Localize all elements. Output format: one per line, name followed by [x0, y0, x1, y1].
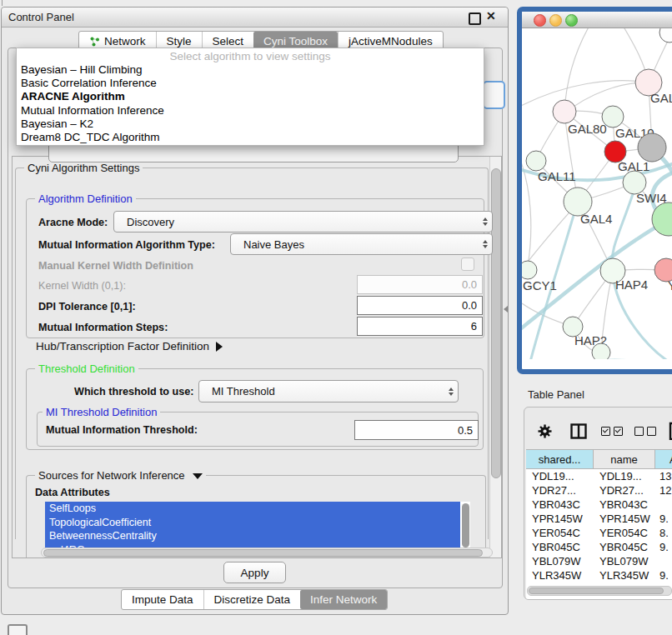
- algorithm-option[interactable]: ARACNE Algorithm: [17, 90, 484, 103]
- scrollbar-thumb[interactable]: [462, 503, 469, 548]
- network-canvas[interactable]: GALGAL80GAL10GAL1SWI4GAL11GAL4GCY1HAP4YH…: [522, 28, 672, 359]
- table-cell: YDR27...: [594, 483, 655, 498]
- table-row[interactable]: YBR045CYBR045C9.: [526, 540, 672, 554]
- which-threshold-combo[interactable]: MI Threshold: [198, 380, 459, 402]
- table-row[interactable]: YBL079WYBL079W: [526, 554, 672, 568]
- table-row[interactable]: YLR345WYLR345W9.: [526, 568, 672, 582]
- tab-discretize-data[interactable]: Discretize Data: [203, 590, 301, 609]
- table-panel-title: Table Panel: [528, 388, 584, 401]
- table-cell: 9.: [655, 540, 672, 554]
- network-node[interactable]: [592, 343, 610, 359]
- control-panel-titlebar[interactable]: Control Panel ✕: [2, 8, 508, 28]
- group-title: Threshold Definition: [35, 362, 138, 375]
- cyni-algorithm-settings-group: Cyni Algorithm Settings Algorithm Defini…: [15, 168, 489, 539]
- mi-steps-input[interactable]: 6: [357, 317, 483, 336]
- network-node-label: SWI4: [636, 191, 667, 205]
- tab-label: Network: [104, 35, 146, 48]
- table-row[interactable]: YPR145WYPR145W9.: [526, 512, 672, 526]
- table-cell: YER054C: [526, 526, 594, 540]
- table-cell: YDL19...: [526, 469, 594, 483]
- spinner-icon: [483, 240, 488, 248]
- unchecked-pair-icon[interactable]: [634, 427, 656, 436]
- table-cell: [655, 498, 672, 512]
- checked-pair-icon[interactable]: [601, 427, 623, 436]
- column-header-name[interactable]: name: [594, 450, 655, 468]
- minimize-icon[interactable]: [549, 14, 562, 27]
- settings-horizontal-scrollbar[interactable]: [41, 548, 493, 558]
- table-row[interactable]: YDL19...YDL19...13: [526, 469, 672, 483]
- apply-button[interactable]: Apply: [223, 562, 286, 583]
- kernel-width-input[interactable]: 0.0: [357, 275, 483, 294]
- dpi-tolerance-input[interactable]: 0.0: [357, 296, 483, 315]
- scrollbar-thumb[interactable]: [43, 549, 483, 557]
- algorithm-option[interactable]: Dream8 DC_TDC Algorithm: [17, 131, 484, 144]
- network-node[interactable]: [526, 151, 546, 171]
- column-header-partial[interactable]: A: [655, 450, 672, 468]
- network-edge[interactable]: [522, 81, 649, 108]
- attribute-item[interactable]: BetweennessCentrality: [45, 529, 460, 543]
- table-rows: YDL19...YDL19...13YDR27...YDR27...12YBR0…: [526, 469, 672, 588]
- column-header-shared-name[interactable]: shared...: [526, 450, 594, 468]
- dpi-tolerance-label: DPI Tolerance [0,1]:: [38, 301, 136, 312]
- hub-definition-expander[interactable]: Hub/Transcription Factor Definition: [36, 340, 223, 352]
- column-browser-icon[interactable]: [570, 423, 587, 439]
- sources-collapse-toggle[interactable]: Sources for Network Inference: [35, 469, 206, 482]
- zoom-icon[interactable]: [565, 14, 578, 27]
- kernel-width-label: Kernel Width (0,1):: [38, 280, 126, 292]
- table-horizontal-scrollbar[interactable]: [527, 586, 672, 596]
- attribute-item[interactable]: SelfLoops: [45, 502, 460, 516]
- table-cell: YER054C: [594, 526, 655, 540]
- minimized-panel-icon[interactable]: [8, 624, 28, 635]
- attribute-item[interactable]: TopologicalCoefficient: [45, 516, 460, 530]
- group-title: Cyni Algorithm Settings: [24, 162, 143, 174]
- control-panel-window: Control Panel ✕ Network Style Select Cyn…: [1, 7, 509, 615]
- table-row[interactable]: YBR043CYBR043C: [526, 498, 672, 512]
- mi-steps-label: Mutual Information Steps:: [38, 322, 168, 333]
- scrollbar-thumb[interactable]: [529, 588, 664, 594]
- float-icon[interactable]: [469, 12, 481, 25]
- inference-algorithm-combo-fragment[interactable]: [483, 81, 505, 109]
- mi-threshold-input[interactable]: 0.5: [354, 420, 479, 440]
- panel-splitter-handle[interactable]: [504, 306, 508, 312]
- combo-value: Discovery: [127, 216, 174, 228]
- manual-kernel-checkbox[interactable]: [461, 258, 474, 271]
- table-cell: 8.: [655, 526, 672, 540]
- network-node-label: GAL11: [538, 169, 576, 183]
- algorithm-definition-group: Algorithm Definition Aracne Mode: Discov…: [26, 198, 484, 338]
- network-node[interactable]: [659, 28, 672, 42]
- algorithm-dropdown-prompt: Select algorithm to view settings: [17, 48, 484, 63]
- tab-infer-network[interactable]: Infer Network: [300, 590, 387, 609]
- network-window-titlebar[interactable]: [522, 12, 672, 28]
- network-node[interactable]: [602, 106, 624, 128]
- network-node[interactable]: [553, 100, 576, 123]
- mi-threshold-label: Mutual Information Threshold:: [46, 424, 198, 436]
- collapse-down-icon: [193, 473, 203, 479]
- table-cell: YBL079W: [594, 554, 655, 568]
- mi-threshold-definition-group: MI Threshold Definition Mutual Informati…: [37, 412, 479, 447]
- table-row[interactable]: YER054CYER054C8.: [526, 526, 672, 540]
- tab-impute-data[interactable]: Impute Data: [122, 590, 203, 609]
- aracne-mode-combo[interactable]: Discovery: [113, 211, 493, 232]
- algorithm-option[interactable]: Basic Correlation Inference: [17, 77, 484, 90]
- algorithm-option[interactable]: Bayesian – K2: [17, 118, 484, 131]
- aracne-mode-label: Aracne Mode:: [38, 217, 108, 228]
- sources-group: Sources for Network Inference Data Attri…: [26, 475, 486, 558]
- node-table: shared... name A YDL19...YDL19...13YDR27…: [526, 449, 672, 599]
- algorithm-option[interactable]: Bayesian – Hill Climbing: [17, 63, 484, 77]
- table-cell: YBR045C: [526, 540, 594, 554]
- spinner-icon: [483, 218, 488, 226]
- table-cell: 12: [655, 483, 672, 498]
- algorithm-option[interactable]: Mutual Information Inference: [17, 104, 484, 118]
- network-node[interactable]: [638, 133, 666, 162]
- gear-icon[interactable]: [537, 423, 553, 439]
- window-edge-notch: [2, 0, 3, 6]
- close-icon[interactable]: [534, 14, 546, 27]
- mi-algorithm-type-combo[interactable]: Naive Bayes: [230, 233, 493, 255]
- close-icon[interactable]: ✕: [486, 9, 496, 22]
- network-node[interactable]: [522, 261, 537, 279]
- document-icon[interactable]: [669, 422, 672, 440]
- network-node-label: GCY1: [523, 278, 557, 292]
- table-cell: 9.: [655, 512, 672, 526]
- table-row[interactable]: YDR27...YDR27...12: [526, 483, 672, 498]
- table-cell: YLR345W: [594, 568, 655, 582]
